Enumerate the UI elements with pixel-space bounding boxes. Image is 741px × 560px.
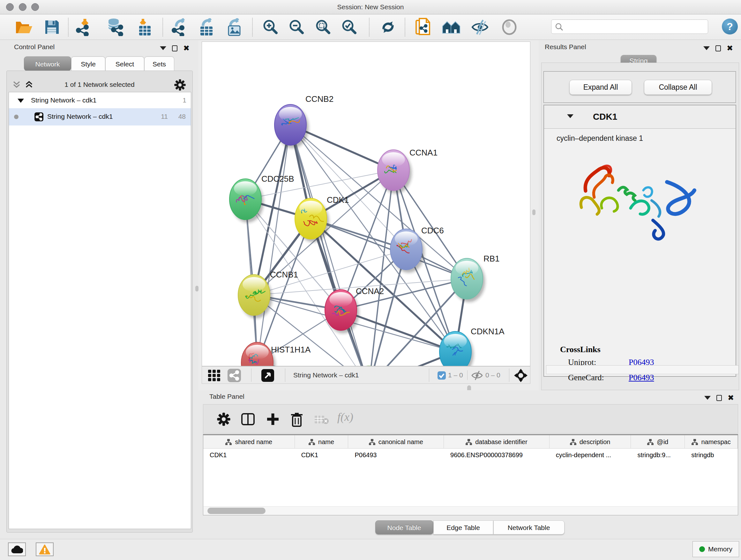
import-network-button[interactable] [75, 17, 95, 37]
left-splitter-handle[interactable] [195, 286, 199, 292]
tab-sets[interactable]: Sets [144, 57, 174, 71]
table-cell[interactable]: stringdb [685, 449, 738, 461]
float-panel-icon[interactable] [716, 45, 721, 51]
panel-menu-icon[interactable] [704, 396, 711, 400]
zoom-fit-button[interactable] [313, 17, 333, 37]
import-table-button[interactable] [135, 17, 155, 37]
memory-button[interactable]: Memory [692, 541, 739, 557]
tab-edge-table[interactable]: Edge Table [433, 520, 493, 535]
network-node-HIST1H1A[interactable]: HIST1H1A [241, 342, 311, 366]
network-home-button[interactable] [441, 17, 462, 37]
expand-all-button[interactable]: Expand All [569, 80, 632, 95]
show-columns-icon[interactable] [241, 412, 255, 426]
hide-selection-button[interactable] [470, 17, 490, 37]
column-type-icon [570, 439, 576, 445]
column-header-namespac[interactable]: namespac [685, 435, 738, 449]
right-splitter-handle[interactable] [532, 209, 536, 215]
network-node-CCNA1[interactable]: CCNA1 [378, 148, 437, 193]
tab-select[interactable]: Select [105, 57, 144, 71]
node-label: CDKN1A [471, 327, 504, 336]
zoom-selected-button[interactable] [339, 17, 360, 37]
selected-checkbox-icon[interactable] [437, 371, 446, 380]
close-panel-icon[interactable]: ✖ [183, 45, 190, 51]
zoom-in-button[interactable] [260, 17, 281, 37]
search-input[interactable] [551, 19, 708, 34]
warning-status-button[interactable] [36, 543, 54, 556]
open-file-button[interactable] [14, 17, 34, 37]
network-view-canvas[interactable]: CCNB2CCNA1CDC25BCDK1CDC6RB1CCNB1CCNA2CDK… [202, 42, 530, 366]
table-cell[interactable]: cyclin-dependent ... [549, 449, 631, 461]
network-edge[interactable] [257, 125, 290, 363]
control-panel-tabs: NetworkStyleSelectSets [24, 57, 174, 71]
network-node-RB1[interactable]: RB1 [451, 254, 500, 302]
network-tab-content: 1 of 1 Network selected String Network –… [6, 71, 193, 533]
gene-card-header[interactable]: CDK1 [544, 105, 736, 129]
network-row-selected[interactable]: String Network – cdk1 11 48 [9, 108, 191, 125]
network-node-CDC6[interactable]: CDC6 [390, 226, 444, 273]
table-options-gear-icon[interactable] [217, 412, 231, 426]
table-cell[interactable]: P06493 [348, 449, 444, 461]
window-title: Session: New Session [0, 0, 741, 14]
panel-menu-icon[interactable] [160, 46, 166, 50]
column-header-shared-name[interactable]: shared name [203, 435, 295, 449]
control-panel: Control Panel ✖ NetworkStyleSelectSets 1… [0, 40, 199, 539]
crosslink-link[interactable]: P06493 [629, 373, 654, 382]
collapse-all-button[interactable]: Collapse All [644, 80, 712, 95]
string-tab-icon[interactable] [227, 369, 241, 382]
export-image-button[interactable] [224, 17, 245, 37]
show-preview-button[interactable] [499, 17, 520, 37]
hidden-nodes-count: 0 – 0 [485, 367, 500, 384]
column-header-description[interactable]: description [549, 435, 631, 449]
tree-expander-icon[interactable] [17, 98, 24, 103]
cloud-status-button[interactable] [8, 543, 26, 556]
birds-eye-view-icon[interactable] [208, 370, 223, 381]
delete-table-icon [314, 415, 329, 424]
float-panel-icon[interactable] [172, 45, 178, 51]
share-session-button[interactable] [413, 17, 434, 37]
network-collection-row[interactable]: String Network – cdk1 1 [9, 93, 191, 108]
help-button[interactable]: ? [722, 18, 738, 35]
network-graph: CCNB2CCNA1CDC25BCDK1CDC6RB1CCNB1CCNA2CDK… [202, 42, 530, 366]
import-network-database-button[interactable] [105, 17, 125, 37]
network-options-gear-icon[interactable] [174, 79, 186, 91]
share-document-icon [415, 18, 432, 37]
table-cell[interactable]: stringdb:9... [631, 449, 685, 461]
column-header-canonical-name[interactable]: canonical name [348, 435, 444, 449]
network-node-CDK1[interactable]: CDK1 [295, 195, 349, 242]
scrollbar-thumb[interactable] [207, 508, 266, 514]
network-node-CDC25B[interactable]: CDC25B [229, 174, 294, 223]
tab-node-table[interactable]: Node Table [375, 520, 433, 535]
zoom-out-button[interactable] [286, 17, 307, 37]
crosslink-row: GeneCard:P06493 [568, 373, 713, 388]
export-network-button[interactable] [171, 17, 191, 37]
refresh-button[interactable] [378, 17, 398, 37]
network-edge[interactable] [290, 125, 369, 366]
tab-style[interactable]: Style [71, 57, 105, 71]
tab-network[interactable]: Network [24, 57, 71, 71]
fit-content-icon[interactable] [514, 369, 528, 382]
panel-menu-icon[interactable] [703, 46, 710, 50]
table-row[interactable]: CDK1CDK1P064939606.ENSP00000378699cyclin… [203, 449, 738, 461]
table-cell[interactable]: CDK1 [203, 449, 295, 461]
close-panel-icon[interactable]: ✖ [728, 395, 734, 401]
add-column-icon[interactable] [266, 412, 280, 426]
horizontal-scrollbar[interactable] [204, 506, 738, 515]
column-header-database-identifier[interactable]: database identifier [444, 435, 549, 449]
float-panel-icon[interactable] [717, 395, 722, 401]
network-node-CCNA2[interactable]: CCNA2 [325, 287, 384, 333]
collapse-gene-icon[interactable] [567, 114, 574, 118]
column-header--id[interactable]: @id [631, 435, 685, 449]
table-panel-title: Table Panel [209, 393, 245, 400]
save-session-button[interactable] [42, 17, 62, 37]
table-cell[interactable]: 9606.ENSP00000378699 [444, 449, 549, 461]
tab-network-table[interactable]: Network Table [493, 520, 564, 535]
delete-column-icon[interactable] [290, 412, 304, 427]
houses-icon [442, 19, 461, 35]
close-panel-icon[interactable]: ✖ [727, 45, 733, 51]
column-type-icon [647, 439, 654, 445]
table-cell[interactable]: CDK1 [295, 449, 348, 461]
export-table-button[interactable] [197, 17, 217, 37]
network-edge[interactable] [369, 170, 394, 366]
open-in-window-icon[interactable] [261, 369, 274, 382]
column-header-name[interactable]: name [295, 435, 348, 449]
